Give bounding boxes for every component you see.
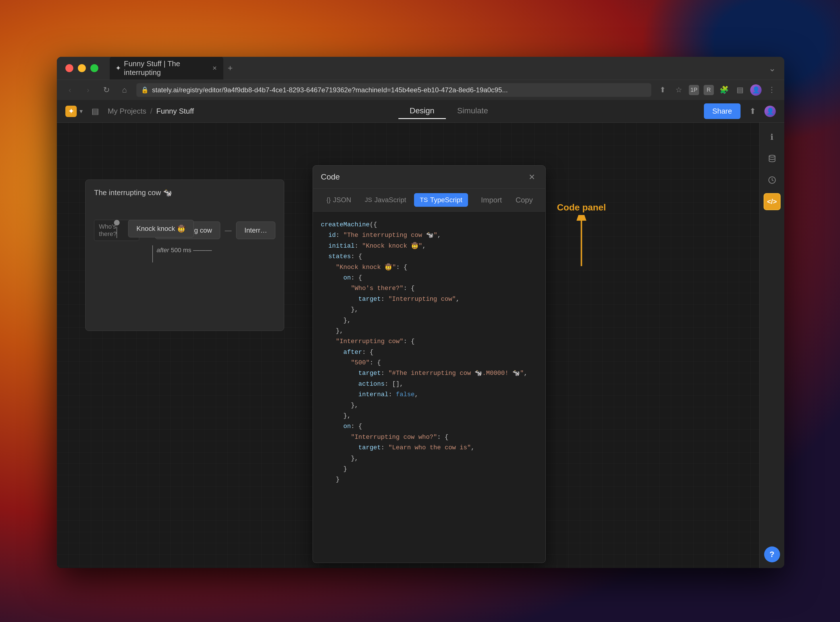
forward-button[interactable]: › <box>82 84 94 96</box>
annotation-label: Code panel <box>557 202 606 213</box>
reload-button[interactable]: ↻ <box>100 84 113 96</box>
address-bar: ‹ › ↻ ⌂ 🔒 stately.ai/registry/editor/9a4… <box>57 79 784 100</box>
tab-javascript[interactable]: JS JavaScript <box>359 193 412 207</box>
state-machine-title: The interrupting cow 🐄 <box>94 188 275 197</box>
breadcrumb-home[interactable]: My Projects <box>108 107 147 116</box>
fullscreen-window-button[interactable] <box>90 64 98 72</box>
state-knock-knock[interactable]: Knock knock 🤠 <box>128 220 194 238</box>
sidebar-toggle-button[interactable]: ▤ <box>734 84 746 96</box>
extensions-button[interactable]: 🧩 <box>718 84 730 96</box>
title-bar: ✦ Funny Stuff | The interrupting ✕ + ⌄ <box>57 57 784 79</box>
tab-title: Funny Stuff | The interrupting <box>124 59 209 77</box>
header-actions: Share ⬆ 👤 <box>704 104 776 119</box>
url-bar[interactable]: 🔒 stately.ai/registry/editor/9a4f9db8-d4… <box>136 83 651 97</box>
breadcrumb: My Projects / Funny Stuff <box>108 107 194 116</box>
share-page-button[interactable]: ⬆ <box>657 84 668 96</box>
sidebar-panel-toggle[interactable]: ▤ <box>90 106 101 117</box>
lock-icon: 🔒 <box>141 86 149 94</box>
code-panel-annotation: Code panel <box>557 202 606 272</box>
active-browser-tab[interactable]: ✦ Funny Stuff | The interrupting ✕ <box>110 57 223 80</box>
logo-dropdown-icon[interactable]: ▾ <box>79 108 83 115</box>
address-bar-actions: ⬆ ☆ 1P R 🧩 ▤ 👤 ⋮ <box>657 84 777 96</box>
canvas-area[interactable]: The interrupting cow 🐄 Knock knock 🤠 <box>57 123 759 568</box>
breadcrumb-separator: / <box>150 107 152 116</box>
app-content: ✦ ▾ ▤ My Projects / Funny Stuff Design S… <box>57 100 784 568</box>
tab-json[interactable]: {} JSON <box>321 193 357 207</box>
state-interr[interactable]: Interr… <box>236 221 275 239</box>
traffic-lights <box>66 64 98 72</box>
arrow-2: — <box>225 226 232 234</box>
import-button[interactable]: Import <box>477 194 507 207</box>
diagram-container: The interrupting cow 🐄 Knock knock 🤠 <box>85 180 284 331</box>
right-sidebar: ℹ </> ? <box>759 123 784 568</box>
sidebar-database-button[interactable] <box>764 150 780 167</box>
share-button[interactable]: Share <box>704 104 741 119</box>
url-text: stately.ai/registry/editor/9a4f9db8-d4b7… <box>152 86 647 94</box>
logo-area: ✦ ▾ <box>66 106 83 117</box>
browser-menu-button[interactable]: ⋮ <box>766 84 777 96</box>
new-tab-button[interactable]: + <box>225 63 236 74</box>
back-button[interactable]: ‹ <box>64 84 76 96</box>
bookmark-button[interactable]: ☆ <box>673 84 684 96</box>
tab-collapse-button[interactable]: ⌄ <box>769 63 776 73</box>
code-tabs: {} JSON JS JavaScript TS TypeScript Im <box>313 189 545 212</box>
code-tab-actions: Import Copy <box>477 194 538 207</box>
workspace: The interrupting cow 🐄 Knock knock 🤠 <box>57 123 784 568</box>
connector-line-1 <box>152 245 153 262</box>
annotation-arrow-svg <box>564 215 599 272</box>
sidebar-code-button[interactable]: </> <box>764 193 780 210</box>
breadcrumb-current[interactable]: Funny Stuff <box>156 107 194 116</box>
state-machine-box[interactable]: The interrupting cow 🐄 Knock knock 🤠 <box>85 180 284 331</box>
tab-favicon: ✦ <box>115 64 121 72</box>
user-avatar[interactable]: 👤 <box>764 106 776 117</box>
minimize-window-button[interactable] <box>78 64 86 72</box>
initial-dot <box>114 220 120 226</box>
home-button[interactable]: ⌂ <box>118 84 131 96</box>
extension-r[interactable]: R <box>704 85 714 95</box>
svg-point-2 <box>769 155 775 157</box>
stately-logo[interactable]: ✦ <box>66 106 77 117</box>
tab-design[interactable]: Design <box>399 104 446 119</box>
profile-avatar[interactable]: 👤 <box>750 84 762 96</box>
initial-indicator <box>114 220 120 238</box>
app-header: ✦ ▾ ▤ My Projects / Funny Stuff Design S… <box>57 100 784 123</box>
close-tab-button[interactable]: ✕ <box>212 65 218 72</box>
sidebar-history-button[interactable] <box>764 172 780 189</box>
header-tabs: Design Simulate <box>201 104 697 119</box>
tab-typescript[interactable]: TS TypeScript <box>414 193 468 207</box>
extension-1password[interactable]: 1P <box>689 85 699 95</box>
export-button[interactable]: ⬆ <box>746 105 759 117</box>
tab-bar: ✦ Funny Stuff | The interrupting ✕ + <box>110 57 763 80</box>
sidebar-info-button[interactable]: ℹ <box>764 128 780 145</box>
code-panel: Code ✕ {} JSON JS JavaScript TS <box>313 165 545 563</box>
close-window-button[interactable] <box>66 64 73 72</box>
after-label: after after 500 ms500 ms ——— <box>157 247 275 254</box>
tab-simulate[interactable]: Simulate <box>446 104 499 119</box>
states-container: Knock knock 🤠 Who's there? → Interruptin… <box>94 220 275 322</box>
code-panel-header: Code ✕ <box>313 166 545 189</box>
code-panel-title: Code <box>321 172 521 181</box>
copy-button[interactable]: Copy <box>511 194 538 207</box>
code-panel-close-button[interactable]: ✕ <box>526 171 538 183</box>
browser-window: ✦ Funny Stuff | The interrupting ✕ + ⌄ ‹… <box>57 57 784 568</box>
initial-line <box>116 227 117 238</box>
code-body[interactable]: createMachine({ id: "The interrupting co… <box>313 212 545 563</box>
help-button[interactable]: ? <box>764 546 780 563</box>
